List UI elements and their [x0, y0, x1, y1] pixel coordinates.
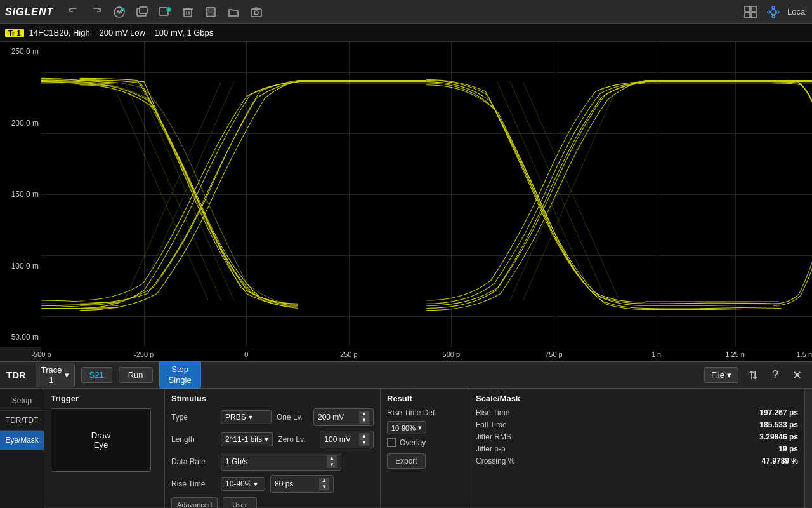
rise-time-up[interactable]: ▲: [319, 478, 329, 484]
one-lv-up[interactable]: ▲: [359, 411, 369, 417]
one-lv-value: 200 mV: [318, 413, 344, 422]
zero-lv-up[interactable]: ▲: [359, 433, 369, 439]
user-pattern-btn[interactable]: User Pattern: [223, 497, 256, 508]
rise-time-arrow: ▾: [254, 479, 258, 488]
run-button[interactable]: Run: [119, 367, 153, 383]
app-logo: SIGLENT: [5, 6, 53, 18]
network-button[interactable]: [764, 3, 782, 21]
fall-time-meas-value: 185.533 ps: [759, 420, 798, 429]
screenshot-button[interactable]: [247, 3, 265, 21]
rise-time-field[interactable]: 80 ps ▲ ▼: [270, 475, 334, 493]
jitter-pp-value: 19 ps: [778, 444, 798, 453]
type-label: Type: [171, 413, 216, 422]
fall-time-meas-label: Fall Time: [476, 420, 507, 429]
crossing-label: Crossing %: [476, 457, 514, 465]
grid-view-button[interactable]: [742, 3, 759, 21]
y-label-150: 150.0 m: [3, 190, 39, 199]
svg-point-18: [254, 11, 258, 15]
rise-time-def-select[interactable]: 10-90% ▾: [387, 421, 426, 434]
data-rate-spinner[interactable]: ▲ ▼: [327, 455, 337, 468]
export-button[interactable]: Export: [387, 453, 426, 469]
svg-rect-16: [207, 13, 214, 16]
svg-rect-15: [208, 8, 213, 11]
draw-eye-label: Draw Eye: [91, 431, 110, 450]
one-lv-field[interactable]: 200 mV ▲ ▼: [313, 408, 374, 426]
connection-label: Local: [787, 7, 807, 17]
add-channel-button[interactable]: +: [156, 3, 174, 21]
measurements-table: Rise Time 197.267 ps Fall Time 185.533 p…: [476, 408, 798, 465]
type-arrow: ▾: [249, 413, 252, 422]
trace-select[interactable]: Trace 1 ▾: [36, 363, 75, 387]
arrows-button[interactable]: ⇅: [745, 367, 762, 384]
zero-lv-value: 100 mV: [324, 435, 350, 444]
result-title: Result: [387, 394, 462, 403]
scale-section: Scale/Mask Rise Time 197.267 ps Fall Tim…: [469, 389, 804, 508]
tdr-tdt-tab[interactable]: TDR/TDT: [0, 411, 44, 431]
signal-gen-button[interactable]: +: [110, 3, 128, 21]
left-tabs: Setup TDR/TDT Eye/Mask: [0, 389, 44, 508]
undo-button[interactable]: [65, 3, 82, 21]
rise-time-spinner[interactable]: ▲ ▼: [319, 478, 329, 490]
panel-content: Setup TDR/TDT Eye/Mask Trigger Draw Eye …: [0, 389, 812, 508]
rise-time-def-value: 10-90%: [391, 424, 416, 432]
data-rate-value: 1 Gb/s: [225, 457, 247, 466]
stop-single-button[interactable]: Stop Single: [159, 361, 201, 389]
save-button[interactable]: [202, 3, 219, 21]
rise-time-meas-value: 197.267 ps: [759, 408, 798, 417]
new-window-button[interactable]: [133, 3, 151, 21]
trace-badge: Tr 1: [5, 29, 24, 37]
zero-lv-field[interactable]: 100 mV ▲ ▼: [320, 431, 374, 448]
file-button[interactable]: File ▾: [704, 367, 738, 383]
s21-button[interactable]: S21: [81, 367, 112, 383]
eye-mask-tab[interactable]: Eye/Mask: [0, 431, 44, 450]
jitter-rms-label: Jitter RMS: [476, 432, 511, 441]
trigger-box[interactable]: Draw Eye: [51, 408, 151, 472]
x-label-3: 250 p: [340, 351, 358, 358]
stimulus-section: Stimulus Type PRBS ▾ One Lv. 200 mV ▲ ▼ …: [165, 389, 381, 508]
x-label-7: 1.25 n: [725, 351, 745, 358]
advanced-waveform-btn[interactable]: Adavanced Waveform: [171, 497, 218, 508]
svg-point-28: [768, 11, 770, 13]
overlay-checkbox[interactable]: [387, 438, 396, 447]
data-rate-field[interactable]: 1 Gb/s ▲ ▼: [221, 453, 341, 471]
delete-button[interactable]: [179, 3, 197, 21]
svg-text:+: +: [122, 8, 124, 11]
rise-time-percent-select[interactable]: 10-90% ▾: [221, 477, 265, 491]
zero-lv-label: Zero Lv.: [278, 435, 315, 444]
help-button[interactable]: ?: [768, 367, 782, 383]
jitter-pp-row: Jitter p-p 19 ps: [476, 444, 798, 453]
trace-info: 14FC1B20, High = 200 mV Low = 100 mV, 1 …: [29, 28, 214, 37]
x-axis: -500 p -250 p 0 250 p 500 p 750 p 1 n 1.…: [41, 347, 812, 361]
y-label-200: 200.0 m: [3, 119, 39, 128]
scale-mask-title: Scale/Mask: [476, 394, 798, 403]
data-rate-down[interactable]: ▼: [327, 462, 337, 468]
overlay-label: Overlay: [400, 438, 426, 447]
trace-bar: Tr 1 14FC1B20, High = 200 mV Low = 100 m…: [0, 24, 812, 42]
svg-rect-20: [745, 6, 750, 11]
data-rate-up[interactable]: ▲: [327, 455, 337, 462]
zero-lv-spinner[interactable]: ▲ ▼: [359, 433, 369, 446]
one-lv-down[interactable]: ▼: [359, 417, 369, 424]
jitter-rms-value: 3.29846 ps: [759, 432, 798, 441]
length-arrow: ▾: [265, 435, 268, 444]
rise-time-down[interactable]: ▼: [319, 484, 329, 490]
redo-button[interactable]: [88, 3, 105, 21]
setup-tab[interactable]: Setup: [0, 391, 44, 411]
svg-rect-4: [140, 7, 147, 13]
x-label-0: -500 p: [31, 351, 51, 358]
file-arrow: ▾: [727, 370, 731, 380]
open-button[interactable]: [225, 3, 242, 21]
one-lv-spinner[interactable]: ▲ ▼: [359, 411, 369, 424]
type-select[interactable]: PRBS ▾: [221, 410, 272, 424]
bottom-panel: TDR Trace 1 ▾ S21 Run Stop Single File ▾…: [0, 361, 812, 507]
length-select[interactable]: 2^11-1 bits ▾: [221, 432, 273, 446]
result-section: Result Rise Time Def. 10-90% ▾ Overlay E…: [381, 389, 469, 508]
svg-point-25: [772, 6, 775, 9]
close-panel-button[interactable]: ✕: [789, 367, 806, 384]
setup-tab-label: Setup: [12, 396, 32, 405]
jitter-rms-row: Jitter RMS 3.29846 ps: [476, 432, 798, 441]
zero-lv-down[interactable]: ▼: [359, 439, 369, 446]
right-scrollbar[interactable]: [804, 389, 812, 508]
rise-time-label: Rise Time: [171, 479, 216, 488]
eye-mask-tab-label: Eye/Mask: [5, 436, 39, 444]
